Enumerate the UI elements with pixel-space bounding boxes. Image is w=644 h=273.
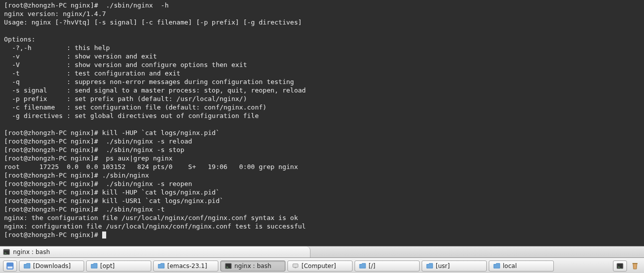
taskbar-item-label: [opt] bbox=[100, 262, 115, 270]
taskbar-item-label: [Computer] bbox=[301, 262, 336, 270]
folder-icon bbox=[24, 263, 31, 269]
terminal-line: [root@zhongzh-PC nginx]# kill -HUP `cat … bbox=[4, 188, 219, 196]
terminal-tab-label: nginx : bash bbox=[13, 248, 50, 256]
terminal-line: [root@zhongzh-PC nginx]# ./sbin/nginx -s… bbox=[4, 138, 192, 145]
svg-text:>_: >_ bbox=[226, 265, 230, 268]
terminal-icon: >_ bbox=[225, 262, 232, 270]
terminal-tab[interactable]: >_ nginx : bash bbox=[0, 246, 310, 258]
terminal-line: [root@zhongzh-PC nginx]# kill -USR1 `cat… bbox=[4, 197, 223, 204]
terminal-line: [root@zhongzh-PC nginx]# kill -HUP `cat … bbox=[4, 129, 219, 136]
taskbar: [Downloads] [opt] [emacs-23.1] >_ nginx … bbox=[0, 258, 644, 273]
svg-rect-8 bbox=[294, 267, 296, 268]
taskbar-item-downloads[interactable]: [Downloads] bbox=[19, 260, 84, 272]
terminal-output[interactable]: [root@zhongzh-PC nginx]# ./sbin/nginx -h… bbox=[0, 0, 644, 246]
folder-icon bbox=[493, 263, 500, 269]
taskbar-tray-button-2[interactable] bbox=[629, 260, 641, 272]
taskbar-tray-button-1[interactable]: >_ bbox=[613, 260, 627, 272]
terminal-line: root 17225 0.0 0.0 103152 824 pts/0 S+ 1… bbox=[4, 163, 298, 170]
terminal-line: -q : suppress non-error messages during … bbox=[4, 78, 294, 86]
taskbar-item-label: [Downloads] bbox=[33, 262, 71, 270]
terminal-line: -V : show version and configure options … bbox=[4, 61, 247, 68]
terminal-line: [root@zhongzh-PC nginx]# ./sbin/nginx -s… bbox=[4, 180, 192, 188]
taskbar-item-local[interactable]: local bbox=[489, 260, 554, 272]
terminal-line: Options: bbox=[4, 36, 36, 43]
terminal-line: Usage: nginx [-?hvVtq] [-s signal] [-c f… bbox=[4, 18, 302, 26]
terminal-line: -s signal : send signal to a master proc… bbox=[4, 86, 306, 94]
taskbar-item-label: local bbox=[503, 262, 517, 270]
terminal-line: nginx version: nginx/1.4.7 bbox=[4, 10, 106, 18]
terminal-line: -c filename : set configuration file (de… bbox=[4, 104, 266, 111]
taskbar-item-root[interactable]: [/] bbox=[355, 260, 420, 272]
taskbar-item-label: [emacs-23.1] bbox=[167, 262, 207, 270]
terminal-line: nginx: configuration file /usr/local/ngi… bbox=[4, 222, 306, 230]
svg-rect-11 bbox=[632, 263, 637, 264]
terminal-line: -v : show version and exit bbox=[4, 52, 157, 60]
terminal-icon: >_ bbox=[3, 248, 10, 256]
terminal-line: [root@zhongzh-PC nginx]# ./sbin/nginx bbox=[4, 172, 149, 179]
folder-icon bbox=[158, 263, 165, 269]
terminal-line: -t : test configuration and exit bbox=[4, 70, 180, 77]
terminal-line: -g directives : set global directives ou… bbox=[4, 112, 259, 120]
show-desktop-icon bbox=[6, 262, 14, 270]
trash-icon bbox=[631, 262, 639, 270]
taskbar-item-computer[interactable]: [Computer] bbox=[287, 260, 353, 272]
terminal-cursor bbox=[102, 232, 106, 238]
taskbar-item-label: nginx : bash bbox=[234, 262, 271, 270]
computer-icon bbox=[292, 263, 299, 269]
taskbar-item-opt[interactable]: [opt] bbox=[86, 260, 151, 272]
svg-rect-7 bbox=[293, 264, 298, 267]
terminal-icon: >_ bbox=[616, 262, 623, 270]
svg-text:>_: >_ bbox=[618, 265, 621, 268]
folder-icon bbox=[91, 263, 98, 269]
svg-rect-1 bbox=[4, 250, 10, 251]
terminal-line: -p prefix : set prefix path (default: /u… bbox=[4, 95, 247, 102]
terminal-line: [root@zhongzh-PC nginx]# ./sbin/nginx -s… bbox=[4, 146, 184, 154]
taskbar-item-nginx-bash[interactable]: >_ nginx : bash bbox=[220, 260, 285, 272]
taskbar-item-usr[interactable]: [usr] bbox=[422, 260, 487, 272]
taskbar-item-label: [/] bbox=[369, 262, 375, 270]
taskbar-show-desktop-button[interactable] bbox=[3, 260, 17, 272]
terminal-line: [root@zhongzh-PC nginx]# ./sbin/nginx -t bbox=[4, 206, 165, 213]
taskbar-item-label: [usr] bbox=[436, 262, 450, 270]
terminal-line: [root@zhongzh-PC nginx]# ps aux|grep ngi… bbox=[4, 154, 173, 162]
terminal-tab-bar: >_ nginx : bash bbox=[0, 246, 644, 258]
terminal-line: [root@zhongzh-PC nginx]# ./sbin/nginx -h bbox=[4, 2, 169, 9]
folder-icon bbox=[426, 263, 433, 269]
taskbar-item-emacs[interactable]: [emacs-23.1] bbox=[153, 260, 218, 272]
terminal-line: -?,-h : this help bbox=[4, 44, 110, 52]
svg-text:>_: >_ bbox=[5, 252, 8, 255]
terminal-prompt: [root@zhongzh-PC nginx]# bbox=[4, 231, 102, 238]
terminal-line: nginx: the configuration file /usr/local… bbox=[4, 214, 298, 222]
svg-rect-4 bbox=[8, 266, 13, 268]
folder-icon bbox=[359, 263, 366, 269]
